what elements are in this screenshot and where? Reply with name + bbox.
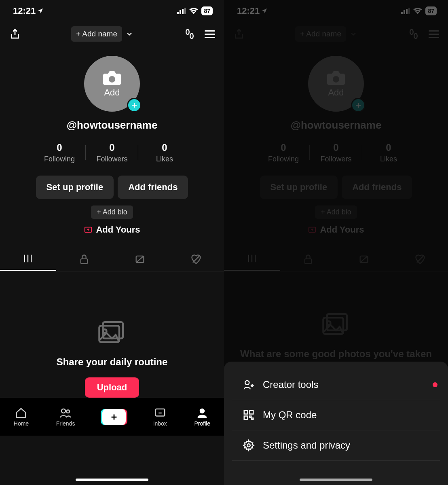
username: @howtousername [291,119,382,131]
lock-icon [302,254,314,265]
stat-likes[interactable]: 0 Likes [138,142,191,163]
heart-icon [414,254,426,265]
svg-point-13 [61,409,66,413]
stat-following[interactable]: 0 Following [33,142,86,163]
phone-right: 12:21 87 + Add name Add [224,0,448,485]
svg-rect-18 [404,10,405,14]
likes-count: 0 [362,142,415,153]
gear-icon [243,439,255,451]
stat-followers: 0 Followers [310,142,362,163]
add-yours-label: Add Yours [96,224,140,235]
menu-icon[interactable] [205,28,215,40]
upload-button[interactable]: Upload [85,377,139,398]
tab-locked[interactable] [56,247,112,271]
add-friends-button: Add friends [342,176,412,199]
add-yours-button: Add Yours [224,224,448,235]
tab-repost[interactable] [112,247,168,271]
followers-label: Followers [310,155,362,163]
add-yours-icon [84,225,93,234]
share-icon[interactable] [9,28,21,40]
add-name-label: + Add name [300,30,341,38]
add-yours-icon [308,225,317,234]
nav-home[interactable]: Home [14,407,29,427]
empty-state: What are some good photos you've taken r… [224,271,448,374]
svg-point-6 [109,76,115,83]
stats-row: 0 Following 0 Followers 0 Likes [0,142,224,163]
svg-rect-35 [252,418,254,420]
svg-rect-1 [180,10,181,14]
tab-liked [392,247,448,271]
followers-count: 0 [86,142,138,153]
profile-tabs [0,247,224,271]
add-yours-button[interactable]: Add Yours [0,224,224,235]
add-friends-button[interactable]: Add friends [118,176,188,199]
svg-rect-20 [408,8,410,14]
profile-actions: Set up profile Add friends [0,176,224,199]
username: @howtousername [67,119,158,131]
svg-rect-0 [177,12,179,14]
nav-create[interactable] [102,409,126,425]
stat-followers[interactable]: 0 Followers [86,142,138,163]
avatar[interactable]: Add [84,56,140,112]
tab-feed [224,247,280,271]
avatar-add-label: Add [328,87,344,98]
nav-inbox[interactable]: Inbox [153,407,167,427]
bottom-nav: Home Friends Inbox Profile [0,398,224,436]
setup-profile-button[interactable]: Set up profile [36,176,114,199]
sheet-qr-label: My QR code [263,409,317,421]
signal-icon [401,8,410,14]
nav-profile[interactable]: Profile [194,407,210,427]
followers-count: 0 [310,142,362,153]
menu-icon [429,28,439,40]
svg-rect-2 [182,9,184,14]
repost-icon [134,254,146,265]
add-bio-button[interactable]: + Add bio [91,205,133,219]
sheet-settings-label: Settings and privacy [263,440,350,451]
svg-point-4 [186,30,189,35]
following-count: 0 [33,142,86,153]
plus-icon [131,102,138,109]
wifi-icon [413,8,422,14]
qr-icon [243,409,255,421]
lock-icon [78,254,90,265]
repost-icon [358,254,370,265]
nav-friends[interactable]: Friends [56,407,75,427]
svg-rect-33 [244,416,248,420]
status-right: 87 [401,6,437,15]
followers-label: Followers [86,155,138,163]
chevron-down-icon[interactable] [125,30,133,38]
avatar-plus-badge[interactable] [127,98,142,112]
empty-state: Share your daily routine Upload [0,271,224,398]
tab-repost [336,247,392,271]
profile-tabs [224,247,448,271]
sheet-creator-tools[interactable]: Creator tools [232,370,440,400]
likes-label: Likes [138,155,191,163]
following-label: Following [33,155,86,163]
top-nav: + Add name [0,22,224,46]
likes-count: 0 [138,142,191,153]
tab-feed[interactable] [0,247,56,271]
setup-profile-button: Set up profile [260,176,338,199]
svg-point-5 [190,34,193,39]
avatar-section: Add @howtousername [0,56,224,131]
add-name-button[interactable]: + Add name [71,26,122,42]
svg-rect-32 [250,411,254,414]
sheet-qr[interactable]: My QR code [232,400,440,430]
svg-point-21 [410,30,413,35]
signal-icon [177,8,186,14]
sheet-creator-label: Creator tools [263,379,318,390]
sheet-settings[interactable]: Settings and privacy [232,430,440,461]
friends-icon [59,407,72,419]
avatar-plus-badge [351,98,366,112]
status-bar: 12:21 87 [224,0,448,22]
photos-icon [97,320,127,344]
status-bar: 12:21 87 [0,0,224,22]
tab-liked[interactable] [168,247,224,271]
profile-actions: Set up profile Add friends [224,176,448,199]
likes-label: Likes [362,155,415,163]
svg-point-36 [247,444,250,447]
footsteps-icon[interactable] [184,28,196,40]
svg-rect-25 [305,258,311,263]
status-time: 12:21 [237,6,268,16]
menu-sheet: Creator tools My QR code Settings and pr… [224,362,448,485]
